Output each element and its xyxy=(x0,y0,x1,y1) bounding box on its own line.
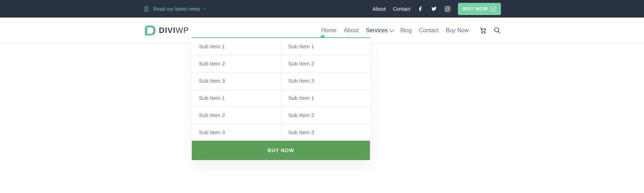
search-icon[interactable] xyxy=(494,27,501,34)
top-bar-inner: Read our latest news → About Contact BUY… xyxy=(143,0,501,18)
svg-point-7 xyxy=(484,32,486,33)
nav-contact[interactable]: Contact xyxy=(419,27,439,34)
logo-text: DIVIWP xyxy=(159,26,189,35)
services-dropdown: Sub Item 1 Sub Item 2 Sub Item 3 Sub Ite… xyxy=(192,37,370,44)
chevron-down-icon xyxy=(389,28,394,32)
cart-icon[interactable] xyxy=(479,27,487,34)
news-icon xyxy=(143,6,150,12)
topbar-about-link[interactable]: About xyxy=(373,6,386,12)
twitter-icon[interactable] xyxy=(431,6,437,12)
nav-services[interactable]: Services xyxy=(366,27,393,34)
nav-services-label: Services xyxy=(366,27,387,34)
svg-point-4 xyxy=(447,8,449,10)
logo-bold: DIVI xyxy=(159,26,176,35)
svg-point-6 xyxy=(482,32,483,33)
topbar-contact-link[interactable]: Contact xyxy=(393,6,410,12)
nav-blog[interactable]: Blog xyxy=(400,27,412,34)
top-bar-left: Read our latest news → xyxy=(143,6,373,12)
news-link[interactable]: Read our latest news → xyxy=(153,6,206,12)
dropdown-col-1: Sub Item 1 Sub Item 2 Sub Item 3 Sub Ite… xyxy=(192,38,281,44)
top-bar-right: About Contact BUY NOW xyxy=(373,3,501,15)
dropdown-item[interactable]: Sub Item 1 xyxy=(192,38,281,44)
logo-mark-icon xyxy=(143,24,157,37)
svg-point-5 xyxy=(449,7,450,8)
svg-rect-3 xyxy=(445,6,450,11)
nav-links: Home About Services Blog Contact Buy Now xyxy=(321,27,501,34)
nav-buy-now[interactable]: Buy Now xyxy=(446,27,469,34)
svg-point-8 xyxy=(495,28,499,32)
logo[interactable]: DIVIWP xyxy=(143,24,189,37)
instagram-icon[interactable] xyxy=(444,6,451,12)
top-bar: Read our latest news → About Contact BUY… xyxy=(0,0,644,18)
nav-about[interactable]: About xyxy=(344,27,359,34)
dropdown-grid: Sub Item 1 Sub Item 2 Sub Item 3 Sub Ite… xyxy=(192,38,370,44)
logo-thin: WP xyxy=(176,26,189,35)
nav-home[interactable]: Home xyxy=(321,27,337,34)
svg-line-2 xyxy=(148,11,149,12)
play-circle-icon xyxy=(490,6,496,12)
buy-now-top-button[interactable]: BUY NOW xyxy=(458,3,501,15)
dropdown-col-2: Sub Item 1 Sub Item 2 Sub Item 3 Sub Ite… xyxy=(281,38,370,44)
svg-line-9 xyxy=(498,32,500,33)
buy-now-top-label: BUY NOW xyxy=(463,6,488,11)
dropdown-item[interactable]: Sub Item 1 xyxy=(281,38,370,44)
facebook-icon[interactable] xyxy=(417,6,424,12)
